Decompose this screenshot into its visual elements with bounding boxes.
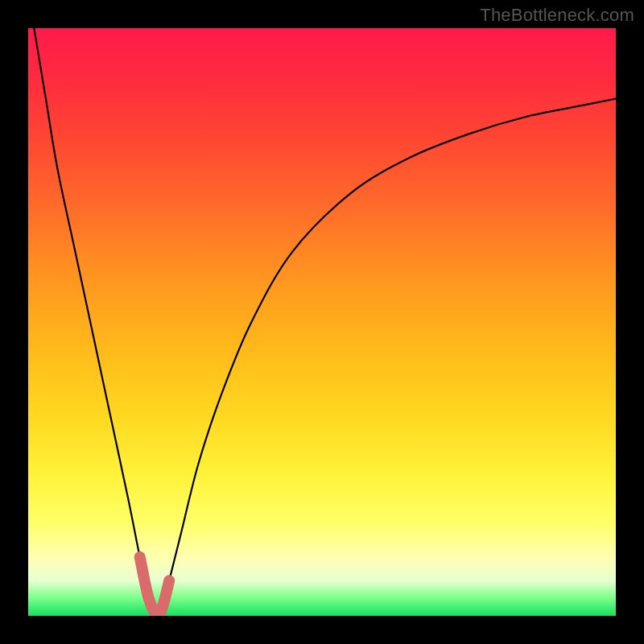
watermark-text: TheBottleneck.com [480,5,634,26]
bottleneck-curve-path [34,28,616,616]
marker-band-path [140,557,170,616]
plot-area [28,28,616,616]
chart-frame: TheBottleneck.com [0,0,644,644]
curve-svg [28,28,616,616]
